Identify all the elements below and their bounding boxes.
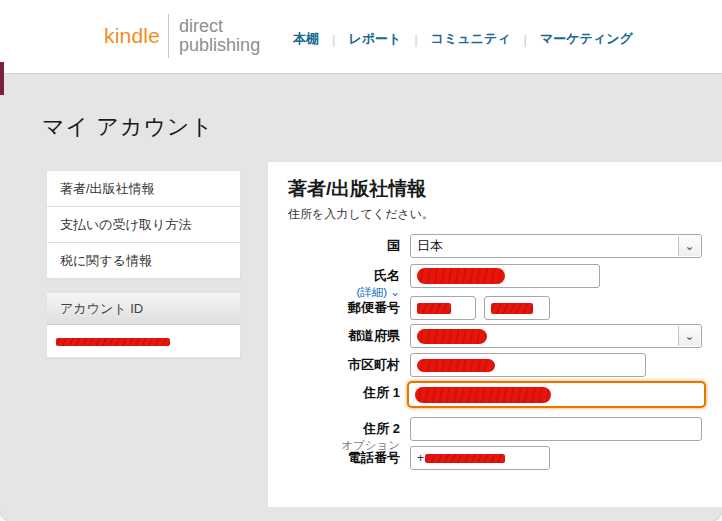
postal-code-2-redacted [491,303,533,314]
account-id-card: アカウント ID [46,292,241,358]
account-id-value-redacted [56,338,170,346]
name-label-text: 氏名 [374,268,400,283]
form-row-address1: 住所 1 [268,381,722,408]
address1-label: 住所 1 [268,381,410,408]
author-publisher-info-panel: 著者/出版社情報 住所を入力してください。 国 日本 ⌄ 氏名 (詳細) ⌄ [268,162,722,507]
form-row-name: 氏名 (詳細) ⌄ [268,264,722,300]
top-header: kindle direct publishing 本棚 | レポート | コミュ… [0,0,722,74]
address1-input[interactable] [407,381,706,408]
nav-separator: | [414,32,417,47]
form-row-postal-code: 郵便番号 [268,296,722,320]
nav-bookshelf-link[interactable]: 本棚 [293,30,319,48]
form-row-city: 市区町村 [268,353,722,377]
logo-line-direct: direct [179,16,223,36]
sidebar-item-tax-info[interactable]: 税に関する情報 [47,243,240,278]
country-selected-value: 日本 [417,237,443,255]
phone-value-redacted [425,454,505,463]
city-value-redacted [417,359,495,372]
prefecture-value-redacted [417,329,487,344]
form-row-phone: 電話番号 + [268,446,722,470]
postal-code-input-1[interactable] [410,296,476,320]
logo-line-publishing: publishing [179,35,260,55]
city-input[interactable] [410,353,646,377]
logo-divider [168,14,169,58]
postal-code-input-2[interactable] [484,296,550,320]
panel-heading: 著者/出版社情報 [288,176,426,202]
account-id-body [47,325,240,357]
form-row-country: 国 日本 ⌄ [268,234,722,258]
account-id-header: アカウント ID [47,293,240,325]
phone-label: 電話番号 [268,446,410,470]
account-sidebar: 著者/出版社情報 支払いの受け取り方法 税に関する情報 [46,170,241,279]
prefecture-label: 都道府県 [268,324,410,348]
left-edge-artifact [0,62,4,95]
panel-subheading: 住所を入力してください。 [288,206,434,223]
name-label: 氏名 (詳細) ⌄ [268,264,410,300]
name-value-redacted [417,268,505,284]
chevron-down-icon: ⌄ [678,326,700,346]
nav-community-link[interactable]: コミュニティ [431,30,511,48]
kdp-logo[interactable]: kindle direct publishing [104,14,260,58]
country-label: 国 [268,234,410,258]
name-input[interactable] [410,264,600,288]
nav-marketing-link[interactable]: マーケティング [540,30,633,48]
city-label: 市区町村 [268,353,410,377]
kindle-logo-text: kindle [104,24,160,48]
form-row-prefecture: 都道府県 ⌄ [268,324,722,348]
phone-input[interactable]: + [410,446,550,470]
chevron-down-icon: ⌄ [678,236,700,256]
address2-label-text: 住所 2 [363,421,400,436]
address2-input[interactable] [410,417,702,441]
kdp-my-account-page: kindle direct publishing 本棚 | レポート | コミュ… [0,0,722,521]
nav-separator: | [332,32,335,47]
country-select[interactable]: 日本 ⌄ [410,234,702,258]
address1-value-redacted [415,387,551,403]
page-title: マイ アカウント [42,112,214,142]
main-nav: 本棚 | レポート | コミュニティ | マーケティング [293,30,633,48]
nav-separator: | [524,32,527,47]
direct-publishing-logo-text: direct publishing [179,17,260,55]
postal-code-1-redacted [417,303,451,314]
sidebar-item-author-publisher-info[interactable]: 著者/出版社情報 [47,171,240,207]
postal-code-label: 郵便番号 [268,296,410,320]
prefecture-select[interactable]: ⌄ [410,324,702,348]
phone-prefix: + [417,451,424,465]
nav-reports-link[interactable]: レポート [348,30,401,48]
sidebar-item-payment-method[interactable]: 支払いの受け取り方法 [47,207,240,243]
